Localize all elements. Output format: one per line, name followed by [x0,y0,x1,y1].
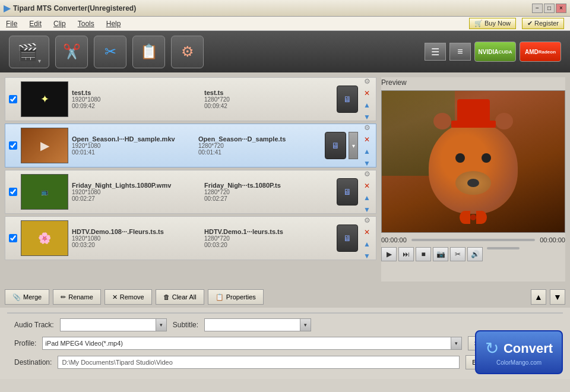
file-move-up-1[interactable]: ▲ [362,100,372,110]
detail-view-button[interactable]: ≡ [449,43,471,61]
menu-tools[interactable]: Tools [78,20,94,28]
clip-button[interactable]: ✂ [450,247,466,261]
file-source-name-1: test.ts [72,89,201,96]
file-output-dur-1: 00:09:42 [204,103,333,109]
file-output-info-1: test.ts 1280*720 00:09:42 [204,89,333,109]
crop-icon: ✂ [104,43,116,60]
output-format-dropdown-2[interactable]: ▾ [349,132,358,159]
crop-button[interactable]: ✂ [94,36,126,68]
menu-edit[interactable]: Edit [29,20,42,28]
destination-label: Destination: [14,358,52,366]
file-output-res-1: 1280*720 [204,96,333,103]
file-move-up-3[interactable]: ▲ [362,192,372,203]
file-settings-2[interactable]: ⚙ [362,122,372,133]
file-checkbox-2[interactable] [9,141,17,150]
effect-button[interactable]: ⚙ [171,36,204,68]
file-move-down-3[interactable]: ▼ [362,204,372,215]
profile-value: iPad MPEG4 Video(*.mp4) [45,340,135,347]
time-end: 00:00:00 [540,236,565,244]
profile-label: Profile: [14,339,36,347]
file-remove-2[interactable]: ✕ [362,134,372,145]
buy-now-button[interactable]: 🛒 Buy Now [469,18,516,29]
file-output-dur-3: 00:02:27 [204,195,333,202]
menu-help[interactable]: Help [106,20,121,28]
menu-file[interactable]: File [6,20,17,28]
file-checkbox-1[interactable] [9,95,17,103]
file-checkbox-3[interactable] [9,188,17,196]
rename-icon: ✏ [61,293,66,301]
file-settings-3[interactable]: ⚙ [362,169,372,179]
file-source-info-2: Open_Season.I···HD_sample.mkv 1920*1080 … [72,135,195,156]
audio-track-dropdown[interactable]: ▾ [60,318,167,331]
clear-all-button[interactable]: 🗑 Clear All [156,289,204,305]
add-file-button[interactable]: 🎬 ▾ [9,36,49,68]
file-remove-1[interactable]: ✕ [362,88,372,99]
merge-button[interactable]: 📎 Merge [5,289,49,305]
subtitle-dropdown[interactable]: ▾ [204,318,311,331]
close-button[interactable]: × [556,4,566,13]
file-move-up-2[interactable]: ▲ [362,146,372,157]
device-icon-4: 🖥 [337,225,358,252]
file-output-dur-4: 00:03:20 [204,242,333,248]
edit-icon: ✂️ [63,43,81,60]
file-remove-4[interactable]: ✕ [362,227,372,238]
file-settings-4[interactable]: ⚙ [362,215,372,226]
minimize-button[interactable]: − [532,4,543,13]
file-actions-4: ⚙ ✕ ▲ ▼ [362,215,372,261]
file-source-info-4: HDTV.Demo.108···.Fleurs.ts.ts 1920*1080 … [72,228,201,248]
volume-bar[interactable] [487,247,520,249]
volume-button[interactable]: 🔊 [467,247,483,261]
file-source-name-2: Open_Season.I···HD_sample.mkv [72,135,195,143]
menu-right: 🛒 Buy Now ✔ Register [469,18,564,29]
list-view-button[interactable]: ☰ [425,43,446,61]
rename-button[interactable]: ✏ Rename [53,289,101,305]
profile-dropdown[interactable]: iPad MPEG4 Video(*.mp4) ▾ [42,337,461,350]
merge-button[interactable]: 📋 [132,36,165,68]
convert-button[interactable]: ↻ Convert ColorMango.com [475,330,563,374]
title-bar: ▶ Tipard MTS Converter(Unregistered) − □… [0,0,570,17]
window-controls: − □ × [532,4,566,13]
file-source-info-3: Friday_Night_Lights.1080P.wmv 1920*1080 … [72,182,201,202]
move-up-button[interactable]: ▲ [531,289,546,305]
register-button[interactable]: ✔ Register [522,18,564,29]
file-move-down-2[interactable]: ▼ [362,158,372,169]
bottom-section: Audio Track: ▾ Subtitle: ▾ Profile: iPad… [0,308,570,379]
remove-button[interactable]: ✕ Remove [104,289,152,305]
file-thumbnail-1: ✦ [21,81,68,117]
destination-input[interactable] [58,356,460,369]
edit-button[interactable]: ✂️ [55,36,88,68]
preview-time-controls: 00:00:00 00:00:00 [381,235,565,245]
properties-button[interactable]: 📋 Properties [208,289,264,305]
convert-label: Convert [504,341,553,356]
action-bar: 📎 Merge ✏ Rename ✕ Remove 🗑 Clear All 📋 … [0,286,570,308]
playback-controls: ▶ ⏭ ■ 📷 ✂ 🔊 [381,247,565,261]
screenshot-button[interactable]: 📷 [433,247,448,261]
file-move-down-1[interactable]: ▼ [362,112,372,122]
file-thumbnail-3: 📺 [21,174,68,210]
menu-clip[interactable]: Clip [53,20,66,28]
file-source-res-1: 1920*1080 [72,96,201,103]
menu-bar: File Edit Clip Tools Help 🛒 Buy Now ✔ Re… [0,17,570,31]
preview-panel: Preview [381,77,565,282]
table-row: 🌸 HDTV.Demo.108···.Fleurs.ts.ts 1920*108… [5,216,376,260]
add-icon: 🎬 [17,42,38,62]
move-down-button[interactable]: ▼ [550,289,565,305]
file-move-down-4[interactable]: ▼ [362,251,372,261]
file-move-up-4[interactable]: ▲ [362,239,372,249]
seek-bar[interactable] [411,239,535,241]
file-source-dur-3: 00:02:27 [72,195,201,202]
play-button[interactable]: ▶ [381,247,397,261]
maximize-button[interactable]: □ [544,4,555,13]
subtitle-dropdown-arrow[interactable]: ▾ [300,319,311,331]
file-output-name-3: Friday_Nigh···ts.1080P.ts [204,182,333,189]
file-source-dur-4: 00:03:20 [72,242,201,248]
file-remove-3[interactable]: ✕ [362,181,372,191]
stop-button[interactable]: ■ [416,247,431,261]
step-forward-button[interactable]: ⏭ [398,247,414,261]
file-settings-1[interactable]: ⚙ [362,76,372,87]
audio-dropdown-arrow[interactable]: ▾ [156,319,166,331]
add-arrow: ▾ [38,58,41,64]
file-checkbox-4[interactable] [9,234,17,242]
file-output-info-2: Open_Season···D_sample.ts 1280*720 00:01… [198,135,321,156]
profile-dropdown-arrow[interactable]: ▾ [451,337,461,349]
